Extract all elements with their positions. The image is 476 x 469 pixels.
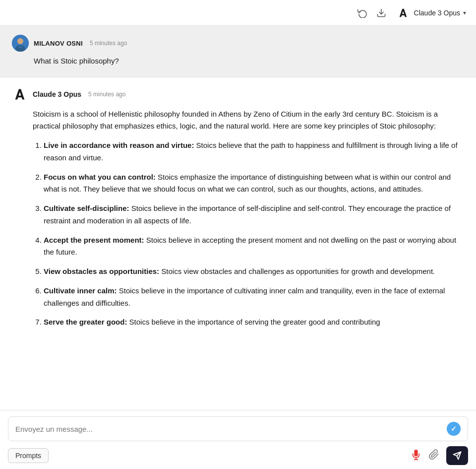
principle-4-title: Accept the present moment: bbox=[44, 236, 144, 244]
input-area: Prompts bbox=[0, 410, 476, 469]
microphone-icon[interactable] bbox=[411, 449, 421, 463]
principle-7-title: Serve the greater good: bbox=[44, 318, 127, 326]
assistant-intro-text: Stoicism is a school of Hellenistic phil… bbox=[33, 108, 464, 133]
avatar bbox=[12, 35, 29, 52]
list-item: Serve the greater good: Stoics believe i… bbox=[44, 316, 464, 329]
header: Claude 3 Opus ▾ bbox=[0, 0, 476, 26]
message-input-row bbox=[8, 416, 468, 441]
principle-7-body: Stoics believe in the importance of serv… bbox=[129, 318, 380, 326]
chat-area: MILANOV OSNI 5 minutes ago What is Stoic… bbox=[0, 26, 476, 410]
model-name-label: Claude 3 Opus bbox=[414, 9, 460, 17]
message-input[interactable] bbox=[15, 425, 443, 433]
assistant-message-content: Stoicism is a school of Hellenistic phil… bbox=[33, 108, 464, 329]
user-message-header: MILANOV OSNI 5 minutes ago bbox=[12, 35, 464, 52]
bottom-right-icons bbox=[411, 446, 468, 465]
list-item: Accept the present moment: Stoics believ… bbox=[44, 234, 464, 259]
list-item: Cultivate inner calm: Stoics believe in … bbox=[44, 285, 464, 310]
download-icon[interactable] bbox=[376, 8, 386, 18]
principle-3-title: Cultivate self-discipline: bbox=[44, 204, 129, 212]
assistant-sender-name: Claude 3 Opus bbox=[33, 90, 81, 98]
list-item: Live in accordance with reason and virtu… bbox=[44, 139, 464, 164]
assistant-message-header: Claude 3 Opus 5 minutes ago bbox=[12, 86, 464, 102]
svg-point-4 bbox=[18, 39, 23, 44]
principle-5-body: Stoics view obstacles and challenges as … bbox=[161, 267, 435, 275]
list-item: View obstacles as opportunities: Stoics … bbox=[44, 266, 464, 278]
principle-5-title: View obstacles as opportunities: bbox=[44, 267, 159, 275]
claude-logo-icon bbox=[12, 86, 28, 102]
principle-6-title: Cultivate inner calm: bbox=[44, 286, 117, 295]
principle-2-title: Focus on what you can control: bbox=[44, 173, 156, 181]
bottom-toolbar: Prompts bbox=[8, 446, 468, 465]
list-item: Cultivate self-discipline: Stoics believ… bbox=[44, 202, 464, 227]
list-item: Focus on what you can control: Stoics em… bbox=[44, 171, 464, 196]
principles-list: Live in accordance with reason and virtu… bbox=[33, 139, 464, 329]
user-message-text: What is Stoic philosophy? bbox=[34, 56, 464, 67]
send-button[interactable] bbox=[446, 446, 468, 465]
model-selector[interactable]: Claude 3 Opus ▾ bbox=[395, 5, 466, 21]
user-sender-name: MILANOV OSNI bbox=[34, 40, 83, 47]
anthropic-logo-icon bbox=[395, 5, 411, 21]
assistant-timestamp: 5 minutes ago bbox=[88, 91, 125, 98]
prompts-button[interactable]: Prompts bbox=[8, 448, 49, 463]
send-check-button[interactable] bbox=[447, 422, 461, 436]
assistant-message-block: Claude 3 Opus 5 minutes ago Stoicism is … bbox=[0, 77, 476, 410]
chevron-down-icon: ▾ bbox=[463, 9, 466, 16]
principle-1-title: Live in accordance with reason and virtu… bbox=[44, 141, 194, 149]
user-timestamp: 5 minutes ago bbox=[90, 40, 127, 47]
refresh-icon[interactable] bbox=[357, 8, 367, 18]
user-message-block: MILANOV OSNI 5 minutes ago What is Stoic… bbox=[0, 26, 476, 77]
attach-icon[interactable] bbox=[428, 449, 439, 463]
